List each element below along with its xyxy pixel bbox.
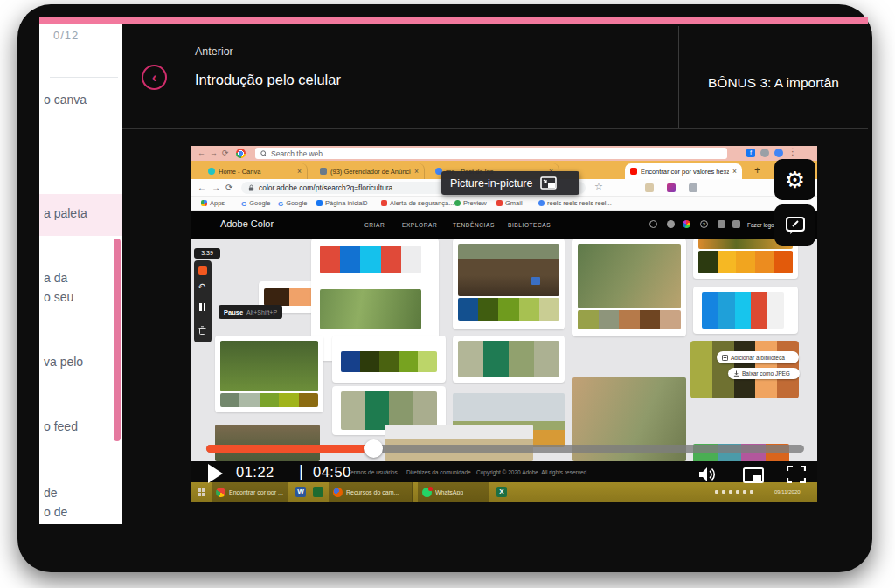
header-rule	[122, 128, 868, 129]
course-sidebar: 0/12 o canva a paleta a da o seu va pelo…	[39, 24, 122, 524]
sidebar-item-line-3[interactable]: a da	[44, 271, 122, 285]
library-icon	[722, 355, 728, 361]
video-progress-track[interactable]	[206, 445, 804, 453]
footer-guidelines: Diretrizes da comunidade	[406, 469, 471, 475]
close-icon: ×	[732, 167, 737, 176]
next-lesson-title[interactable]: BÔNUS 3: A importân	[708, 75, 868, 91]
system-tray-icons	[715, 490, 753, 494]
gmail-icon	[381, 200, 387, 206]
comment-pencil-icon	[785, 216, 806, 235]
volume-button[interactable]	[697, 466, 718, 487]
photo-field	[220, 341, 318, 391]
bookmark-google: GGoogle	[278, 199, 307, 207]
adobe-color-navbar: Adobe Color CRIAR EXPLORAR TENDÊNCIAS BI…	[191, 211, 817, 239]
gmail-icon	[496, 200, 503, 206]
video-player[interactable]: ← → ⟳ Search the web... f ⋮ Home - Canva…	[191, 146, 817, 502]
browser-search-box: Search the web...	[255, 148, 727, 159]
sidebar-scrollbar[interactable]	[114, 239, 121, 441]
footer-copyright: Copyright © 2020 Adobe. All rights reser…	[476, 469, 588, 475]
photo-person-hat	[385, 425, 533, 461]
google-icon: G	[278, 200, 283, 206]
palette-field	[220, 393, 318, 407]
video-progress-fill	[206, 445, 374, 453]
photo-detail	[531, 277, 540, 285]
bookmark-gmail: Gmail	[496, 199, 523, 207]
preview-icon	[454, 200, 461, 206]
stop-record-icon	[198, 266, 207, 275]
facebook-icon	[316, 200, 323, 206]
apps-grid-icon	[201, 200, 207, 206]
google-icon: G	[241, 200, 246, 206]
footer-terms: Termos de usuários	[348, 469, 398, 475]
chrome-logo-icon	[216, 488, 225, 497]
time-separator: |	[299, 461, 303, 481]
recorded-taskbar: Encontrar cor por ... W Recursos do cam.…	[191, 482, 817, 502]
sidebar-item-canva[interactable]: o canva	[44, 93, 122, 107]
volume-icon	[697, 466, 718, 483]
sidebar-item-line-8[interactable]: o de	[44, 505, 122, 519]
reels-icon	[538, 200, 545, 206]
feedback-button[interactable]	[774, 204, 815, 246]
previous-lesson-button[interactable]: ‹	[142, 65, 167, 90]
recorded-bookmarks-bar: Apps GGoogle GGoogle Página inicial0 Ale…	[191, 197, 817, 211]
extension-icon	[667, 183, 676, 192]
back-icon: ←	[198, 183, 206, 192]
pause-tooltip: Pause Alt+Shift+P	[219, 305, 282, 319]
chrome-logo-icon	[236, 149, 246, 158]
sidebar-item-line-4[interactable]: o seu	[44, 290, 122, 304]
divider	[50, 77, 118, 78]
taskbar-firefox-window: Recursos do cam...	[329, 482, 413, 502]
palette-red-blue	[320, 246, 421, 273]
bookmark-preview: Preview	[454, 199, 487, 207]
download-icon	[733, 370, 739, 377]
photo-woman-open-sign	[578, 244, 681, 308]
taskbar-chrome-window: Encontrar cor por ...	[212, 482, 288, 502]
extension-icon	[689, 183, 697, 192]
nav-bibliotecas: BIBLIOTECAS	[508, 222, 551, 228]
color-wheel-icon	[683, 220, 690, 228]
extension-icon	[645, 183, 654, 192]
palette-sage-teal-2	[458, 341, 559, 377]
excel-icon: X	[496, 487, 507, 497]
notification-badge	[428, 487, 433, 491]
bookmark-gmail-alert: Alerta de segurança...	[381, 199, 454, 207]
sidebar-item-paleta[interactable]: a paleta	[44, 206, 122, 220]
current-time: 01:22	[236, 464, 274, 481]
tab-ads-manager: (93) Gerenciador de Anúncios - ×	[315, 163, 425, 179]
settings-button[interactable]: ⚙	[774, 159, 815, 200]
play-button[interactable]	[208, 464, 223, 483]
taskbar-whatsapp: WhatsApp	[418, 482, 489, 502]
page: 0/12 o canva a paleta a da o seu va pelo…	[0, 0, 895, 588]
previous-label: Anterior	[195, 45, 233, 58]
top-accent-bar	[39, 17, 868, 24]
flag-icon	[718, 220, 725, 228]
fullscreen-icon	[787, 466, 806, 483]
login-link: Fazer logon	[747, 222, 777, 228]
video-progress-thumb[interactable]	[364, 439, 383, 458]
palette-open-woman	[578, 310, 681, 329]
sidebar-item-pelo[interactable]: va pelo	[44, 355, 122, 369]
sidebar-item-line-7[interactable]: de	[44, 486, 122, 500]
add-to-library-button: Adicionar à biblioteca	[717, 351, 799, 363]
undo-icon: ↶	[198, 281, 205, 293]
palette-planting	[458, 298, 559, 321]
nav-explorar: EXPLORAR	[402, 222, 437, 228]
picture-in-picture-button[interactable]	[743, 467, 764, 487]
gear-icon: ⚙	[785, 169, 805, 191]
palette-navy-olive	[341, 351, 437, 372]
contrast-icon	[649, 220, 657, 228]
palette-marigold	[698, 251, 793, 273]
close-icon: ×	[414, 167, 419, 176]
lock-icon	[248, 184, 254, 191]
account-icon	[760, 149, 769, 157]
gradient-icon	[667, 220, 675, 228]
bookmark-reels: reels reels reels reel...	[538, 199, 612, 207]
sidebar-item-feed[interactable]: o feed	[44, 419, 122, 433]
palette-blue-cyan	[702, 292, 784, 329]
chat-icon	[732, 220, 740, 228]
bookmark-apps: Apps	[201, 199, 225, 207]
fullscreen-button[interactable]	[787, 466, 806, 487]
new-tab-icon: +	[754, 164, 760, 176]
windows-start-icon	[198, 488, 205, 496]
recorder-toolbar: ↶	[194, 260, 212, 342]
